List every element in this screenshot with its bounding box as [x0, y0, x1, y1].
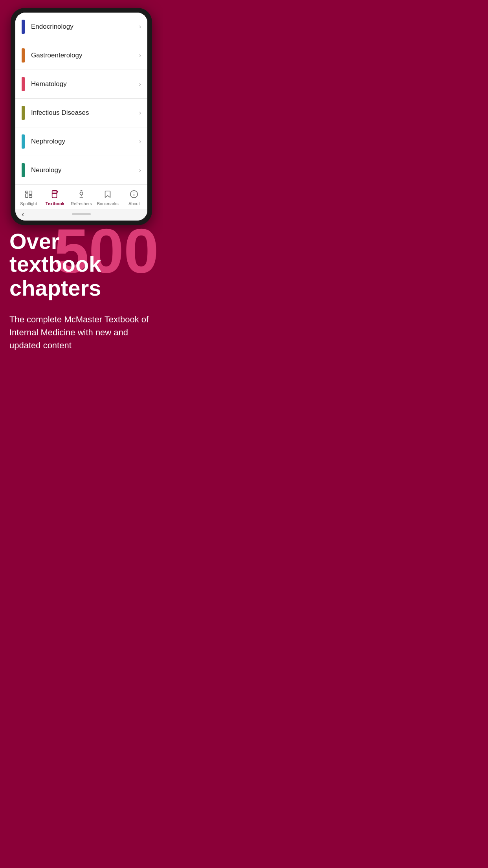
chevron-icon: › [139, 167, 141, 174]
tab-spotlight[interactable]: Spotlight [15, 188, 42, 208]
nav-indicator [72, 213, 91, 215]
chevron-icon: › [139, 81, 141, 88]
menu-item-infectious_diseases[interactable]: Infectious Diseases › [15, 99, 147, 127]
color-bar-infectious_diseases [22, 106, 25, 120]
tab-textbook[interactable]: Textbook [42, 188, 68, 208]
menu-item-hematology[interactable]: Hematology › [15, 70, 147, 99]
menu-label-endocrinology: Endocrinology [31, 23, 139, 31]
svg-rect-0 [25, 191, 28, 193]
svg-rect-4 [52, 191, 57, 198]
color-bar-gastroenterology [22, 48, 25, 63]
tab-icon-refreshers [77, 190, 86, 200]
tab-label-textbook: Textbook [46, 201, 64, 206]
tab-icon-bookmarks [103, 190, 112, 200]
tab-refreshers[interactable]: Refreshers [68, 188, 94, 208]
over-label: Over [9, 229, 153, 254]
menu-label-hematology: Hematology [31, 80, 139, 88]
tab-label-spotlight: Spotlight [20, 201, 37, 206]
phone-screen: Endocrinology › Gastroenterology › Hemat… [15, 13, 147, 221]
phone-mockup: Endocrinology › Gastroenterology › Hemat… [11, 8, 152, 225]
menu-item-nephrology[interactable]: Nephrology › [15, 127, 147, 156]
chapters-label: textbook chapters [9, 252, 153, 300]
color-bar-endocrinology [22, 20, 25, 34]
menu-label-infectious_diseases: Infectious Diseases [31, 109, 139, 117]
tab-label-refreshers: Refreshers [71, 201, 92, 206]
menu-item-endocrinology[interactable]: Endocrinology › [15, 13, 147, 41]
tab-bookmarks[interactable]: Bookmarks [95, 188, 121, 208]
menu-label-nephrology: Nephrology [31, 138, 139, 145]
svg-rect-3 [29, 191, 32, 195]
color-bar-nephrology [22, 134, 25, 149]
tab-label-bookmarks: Bookmarks [97, 201, 119, 206]
tab-about[interactable]: About [121, 188, 147, 208]
svg-rect-2 [29, 196, 32, 198]
tab-label-about: About [128, 201, 140, 206]
menu-label-gastroenterology: Gastroenterology [31, 51, 139, 59]
svg-point-5 [80, 192, 83, 195]
color-bar-hematology [22, 77, 25, 91]
tab-bar: Spotlight Textbook Refreshers Bookmarks … [15, 185, 147, 209]
tab-icon-about [130, 190, 138, 200]
chevron-icon: › [139, 138, 141, 145]
menu-label-neurology: Neurology [31, 166, 139, 174]
menu-item-gastroenterology[interactable]: Gastroenterology › [15, 41, 147, 70]
chevron-icon: › [139, 109, 141, 116]
chevron-icon: › [139, 23, 141, 30]
tab-icon-textbook [51, 190, 59, 200]
menu-list: Endocrinology › Gastroenterology › Hemat… [15, 13, 147, 185]
chevron-icon: › [139, 52, 141, 59]
svg-rect-1 [25, 194, 28, 197]
description-text: The complete McMaster Textbook of Intern… [9, 313, 151, 352]
tab-icon-spotlight [24, 190, 33, 200]
menu-item-neurology[interactable]: Neurology › [15, 156, 147, 185]
marketing-section: 500 Over textbook chapters The complete … [0, 217, 163, 364]
color-bar-neurology [22, 163, 25, 177]
